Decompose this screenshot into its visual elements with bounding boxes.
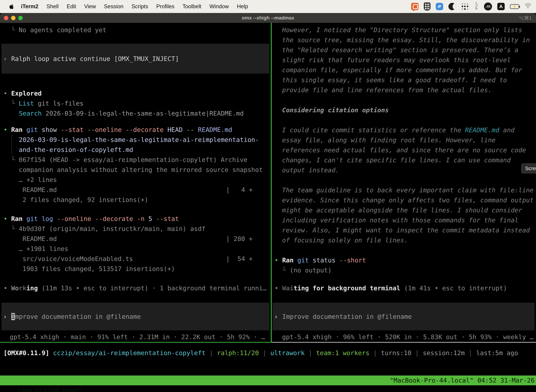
explored-list-line: └ List git ls-files [0, 98, 271, 108]
menu-item-iterm2[interactable]: iTerm2 [21, 3, 38, 10]
reasoning-line: including verification notes with those … [272, 215, 536, 225]
omx-version: [OMX#0.11.9] [4, 349, 49, 356]
tool-output-line: … +1901 lines [0, 244, 271, 254]
command-line: • Ran git status --short [272, 255, 536, 265]
right-pane: However, I noticed the "Directory Struct… [272, 23, 536, 342]
tmux-status-bar: [omx-cczip0:bash* "MacBook-Pro-44.local"… [0, 375, 536, 385]
working-status: • Working (11m 13s • esc to interrupt) ·… [0, 283, 271, 293]
tool-output-line: 2 files changed, 92 insertions(+) [0, 195, 271, 205]
reasoning-line: The team guideline is to back every impo… [272, 185, 536, 195]
battery-icon[interactable]: ⚡ [510, 4, 519, 9]
screen-tooltip: Scre [521, 163, 536, 173]
reasoning-heading: Considering citation options [272, 105, 536, 115]
prompt-chevron-icon: › [1, 55, 7, 62]
ralph-prompt-box[interactable]: ›Ralph loop active continue [OMX_TMUX_IN… [1, 44, 269, 74]
prompt-input[interactable]: ›Improve documentation in @filename [273, 303, 535, 330]
menu-item-view[interactable]: View [84, 3, 96, 10]
menu-item-session[interactable]: Session [104, 3, 123, 10]
omx-ralph-counter: ralph:11/20 [217, 349, 259, 356]
shield-grid-icon[interactable] [424, 2, 431, 10]
explored-header: • Explored [0, 88, 271, 98]
dots-grid-icon[interactable] [461, 3, 469, 10]
reasoning-line: slight risk that future readers may over… [272, 55, 536, 65]
reasoning-line: of focusing solely on file lines. [272, 235, 536, 245]
tool-output-line: └ (no output) [272, 265, 536, 275]
command-continuation: 2026-03-09-is-legal-the-same-as-legitima… [0, 135, 271, 145]
terminal-content: └ No agents completed yet ›Ralph loop ac… [0, 23, 536, 392]
agents-note: └ No agents completed yet [0, 25, 271, 35]
bullet-icon: • [4, 126, 7, 133]
menu-item-toolbelt[interactable]: Toolbelt [182, 3, 201, 10]
prompt-chevron-icon: › [1, 313, 7, 320]
reasoning-line: the "Related research writing" section i… [272, 45, 536, 55]
omx-last: last:5m ago [476, 349, 518, 356]
tree-guide [12, 135, 12, 155]
menu-item-shell[interactable]: Shell [46, 3, 58, 10]
window-title: omx --xhigh --madmax [0, 15, 536, 21]
omx-branch-path: cczip/essay/ai-reimplementation-copyleft [53, 349, 206, 356]
dark-circle-icon[interactable] [448, 3, 456, 10]
prompt-chevron-icon: › [273, 313, 278, 320]
reasoning-line: references need actual files, and since … [272, 145, 536, 155]
bullet-icon: • [4, 285, 7, 292]
text-cursor: I [11, 313, 15, 320]
command-line: • Ran git show --stat --oneline --decora… [0, 125, 271, 135]
input-source-icon[interactable]: A [497, 3, 505, 10]
right-pane-footer: • Waiting for background terminal (1m 41… [272, 283, 536, 342]
explored-search-line: Search 2026-03-09-is-legal-the-same-as-l… [0, 108, 271, 118]
menu-item-help[interactable]: Help [237, 3, 248, 10]
bullet-icon: • [274, 285, 278, 292]
diffstat-line: README.md| 4 + [0, 185, 271, 195]
reasoning-line: review. Also, I might want to inspect th… [272, 225, 536, 235]
diffstat-line: src/voice/voiceModeEnabled.ts| 54 + [0, 254, 271, 264]
window-title-bar: omx --xhigh --madmax ⌥⌘1 [0, 13, 536, 23]
command-continuation: and-the-erosion-of-copyleft.md [0, 145, 271, 155]
tmux-host-clock-label: "MacBook-Pro-44.local" 04:52 31-Mar-26 [390, 375, 535, 385]
menu-item-window[interactable]: Window [210, 3, 229, 10]
blue-app-icon[interactable] [436, 3, 443, 10]
git-log-section: • Ran git log --oneline --decorate -n 5 … [0, 214, 271, 274]
omx-team: team:1 workers [316, 349, 369, 356]
reasoning-line: provide file and line references from th… [272, 85, 536, 95]
diffstat-line: README.md| 280 + [0, 234, 271, 244]
reasoning-line: evidence. Since this change only affects… [272, 195, 536, 205]
reasoning-line: essay file, along with finding root file… [272, 135, 536, 145]
omx-status-bar: [OMX#0.11.9] cczip/essay/ai-reimplementa… [0, 343, 536, 375]
reasoning-line: However, I noticed the "Directory Struct… [272, 25, 536, 35]
bullet-icon: • [274, 257, 278, 264]
bullet-icon: • [4, 215, 7, 222]
reasoning-line: I could cite commit statistics or refere… [272, 125, 536, 135]
tool-output-line: 1903 files changed, 513517 insertions(+) [0, 264, 271, 274]
omx-session: session:12m [423, 349, 464, 356]
badge-61-icon[interactable]: ..61 [484, 2, 492, 10]
reasoning-line: changes, I can't cite specific file line… [272, 155, 536, 165]
screenshot-icon[interactable] [411, 3, 419, 10]
tool-output-line: └ 067f154 (HEAD -> essay/ai-reimplementa… [0, 155, 271, 165]
pane-bottom-border [0, 342, 536, 343]
omx-turns: turns:10 [381, 349, 411, 356]
reasoning-line: might be acceptable alongside the file l… [272, 205, 536, 215]
tmux-session-label[interactable]: [omx-cczip0:bash* [15, 387, 82, 392]
bullet-icon: • [4, 90, 7, 97]
reasoning-line: companion file, especially if more comme… [272, 65, 536, 75]
command-line: • Ran git log --oneline --decorate -n 5 … [0, 214, 271, 224]
menu-bar: iTerm2 Shell Edit View Session Scripts P… [0, 0, 536, 13]
left-pane-footer: • Working (11m 13s • esc to interrupt) ·… [0, 283, 271, 342]
reasoning-line: the source tree, missing the essay. Stil… [272, 35, 536, 45]
squiggle-icon[interactable] [474, 2, 479, 11]
wifi-icon[interactable] [524, 3, 531, 10]
tool-output-line: companion analysis without altering the … [0, 165, 271, 175]
apple-menu-icon[interactable] [9, 4, 14, 9]
tool-output-line: └ 4b9d30f (origin/main, instructkr/main,… [0, 224, 271, 234]
model-status-line: gpt-5.4 xhigh · main · 91% left · 2.31M … [0, 332, 271, 342]
menu-bar-status-icons: ..61 A ⚡ [411, 2, 531, 11]
waiting-status: • Waiting for background terminal (1m 41… [272, 283, 536, 293]
omx-mode: ultrawork [270, 349, 305, 356]
menu-item-edit[interactable]: Edit [67, 3, 76, 10]
prompt-input[interactable]: ›Improve documentation in @filename [1, 303, 269, 330]
left-pane: └ No agents completed yet ›Ralph loop ac… [0, 23, 271, 342]
menu-item-profiles[interactable]: Profiles [156, 3, 174, 10]
git-show-section: • Ran git show --stat --oneline --decora… [0, 125, 271, 205]
menu-item-scripts[interactable]: Scripts [132, 3, 148, 10]
model-status-line: gpt-5.4 xhigh · 96% left · 520K in · 5.8… [272, 332, 536, 342]
